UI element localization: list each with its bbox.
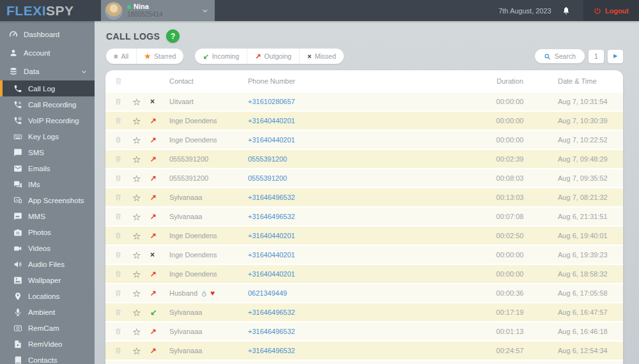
user-info: Nina 1800525414 bbox=[127, 3, 163, 18]
sms-icon bbox=[13, 148, 22, 157]
star-toggle-icon[interactable]: ☆ bbox=[131, 308, 141, 317]
sidebar-item-remvideo[interactable]: RemVideo bbox=[0, 336, 95, 352]
trash-icon[interactable] bbox=[114, 328, 122, 336]
filter-all-button[interactable]: ≡All bbox=[106, 49, 136, 64]
star-toggle-icon[interactable]: ☆ bbox=[131, 269, 141, 279]
search-label: Search bbox=[555, 52, 576, 60]
trash-icon[interactable] bbox=[114, 174, 122, 183]
sidebar-item-account[interactable]: Account bbox=[0, 43, 95, 62]
call-datetime: Aug 6, 21:31:51 bbox=[558, 213, 623, 220]
page-number-button[interactable]: 1 bbox=[589, 50, 604, 63]
star-toggle-icon[interactable]: ☆ bbox=[131, 135, 141, 145]
help-button[interactable]: ? bbox=[166, 29, 180, 43]
sidebar-item-ambient[interactable]: Ambient bbox=[0, 304, 95, 320]
sidebar-item-mms[interactable]: MMS bbox=[0, 208, 95, 224]
filter-incoming-button[interactable]: ↙Incoming bbox=[195, 49, 247, 64]
star-toggle-icon[interactable]: ☆ bbox=[131, 327, 141, 337]
user-menu[interactable]: Nina 1800525414 bbox=[101, 0, 215, 21]
call-duration: 00:00:00 bbox=[497, 117, 524, 125]
call-duration: 00:02:39 bbox=[497, 155, 524, 163]
phone-number-link[interactable]: +31640440201 bbox=[248, 251, 462, 259]
trash-icon[interactable] bbox=[114, 270, 122, 278]
sidebar-item-call-recording[interactable]: Call Recording bbox=[0, 96, 95, 112]
next-page-button[interactable]: ▶ bbox=[608, 50, 623, 63]
star-toggle-icon[interactable]: ☆ bbox=[131, 212, 141, 222]
call-duration: 00:00:00 bbox=[497, 251, 524, 259]
phone-number-link[interactable]: +31646496532 bbox=[248, 308, 462, 316]
trash-icon[interactable] bbox=[114, 213, 122, 221]
sidebar-item-label: Data bbox=[24, 68, 39, 75]
flexispy-logo[interactable]: FLEXISPY bbox=[0, 3, 101, 19]
sidebar-item-videos[interactable]: Videos bbox=[0, 240, 95, 256]
trash-icon[interactable] bbox=[114, 136, 122, 144]
phone-number-link[interactable]: +31646496532 bbox=[248, 213, 462, 220]
phone-number-link[interactable]: 0621349449 bbox=[248, 289, 462, 297]
trash-icon[interactable] bbox=[114, 155, 122, 163]
chevron-down-icon bbox=[202, 8, 208, 14]
filter-missed-button[interactable]: ×Missed bbox=[299, 49, 344, 64]
table-row: ☆↗Sylvanaaa+3164649653200:01:13Aug 6, 16… bbox=[105, 321, 623, 340]
sidebar-item-sms[interactable]: SMS bbox=[0, 144, 95, 160]
sidebar-item-label: MMS bbox=[28, 213, 45, 220]
trash-icon[interactable] bbox=[114, 289, 122, 298]
trash-icon[interactable] bbox=[114, 193, 122, 202]
phone-number-link[interactable]: +31646496532 bbox=[248, 347, 462, 354]
table-row: ☆↗Husband♥062134944900:00:36Aug 6, 17:05… bbox=[105, 283, 623, 302]
sidebar-item-key-logs[interactable]: Key Logs bbox=[0, 128, 95, 144]
sidebar-item-voip-recording[interactable]: VoIP Recording bbox=[0, 112, 95, 128]
sidebar-item-emails[interactable]: Emails bbox=[0, 160, 95, 176]
sidebar-item-contacts[interactable]: Contacts bbox=[0, 352, 95, 364]
call-datetime: Aug 7, 10:30:39 bbox=[558, 117, 623, 125]
locations-icon bbox=[13, 292, 22, 301]
notifications-bell-icon[interactable] bbox=[562, 6, 571, 15]
sidebar: DashboardAccountDataCall LogCall Recordi… bbox=[0, 21, 95, 364]
phone-number-link[interactable]: 0555391200 bbox=[248, 174, 462, 182]
sidebar-item-app-screenshots[interactable]: App Screenshots bbox=[0, 192, 95, 208]
search-button[interactable]: Search bbox=[535, 49, 585, 63]
star-toggle-icon[interactable]: ☆ bbox=[131, 289, 141, 298]
star-toggle-icon[interactable]: ☆ bbox=[131, 250, 141, 260]
contacts-icon bbox=[13, 356, 22, 364]
phone-number-link[interactable]: +31646496532 bbox=[248, 193, 462, 201]
star-toggle-icon[interactable]: ☆ bbox=[131, 116, 141, 126]
filter-outgoing-button[interactable]: ↗Outgoing bbox=[247, 49, 299, 64]
star-toggle-icon[interactable]: ☆ bbox=[131, 155, 141, 164]
sidebar-item-ims[interactable]: IMs bbox=[0, 176, 95, 192]
sidebar-item-label: Account bbox=[24, 49, 50, 57]
filter-starred-button[interactable]: ★Starred bbox=[136, 49, 183, 64]
phone-number-link[interactable]: +31610280657 bbox=[248, 98, 462, 105]
trash-icon[interactable] bbox=[114, 232, 122, 240]
call-datetime: Aug 7, 09:35:52 bbox=[558, 174, 623, 182]
phone-number-link[interactable]: +31640440201 bbox=[248, 232, 462, 239]
star-toggle-icon[interactable]: ☆ bbox=[131, 231, 141, 241]
sidebar-item-locations[interactable]: Locations bbox=[0, 288, 95, 304]
phone-number-link[interactable]: +31640440201 bbox=[248, 270, 462, 278]
trash-icon[interactable] bbox=[114, 347, 122, 355]
sidebar-item-wallpaper[interactable]: Wallpaper bbox=[0, 272, 95, 288]
phone-number-link[interactable]: +31640440201 bbox=[248, 136, 462, 144]
search-icon bbox=[544, 53, 551, 60]
trash-icon[interactable] bbox=[114, 308, 122, 317]
trash-icon[interactable] bbox=[114, 98, 122, 106]
sidebar-item-audio-files[interactable]: Audio Files bbox=[0, 256, 95, 272]
phone-number-link[interactable]: +31640440201 bbox=[248, 117, 462, 125]
phone-number-link[interactable]: 0555391200 bbox=[248, 155, 462, 163]
table-row: ☆↗Inge Doendens+3164044020100:00:00Aug 6… bbox=[105, 264, 623, 283]
star-toggle-icon[interactable]: ☆ bbox=[131, 346, 141, 356]
sidebar-item-dashboard[interactable]: Dashboard bbox=[0, 25, 95, 43]
trash-icon[interactable] bbox=[114, 251, 122, 259]
star-toggle-icon[interactable]: ☆ bbox=[131, 174, 141, 183]
contact-name: Inge Doendens bbox=[169, 117, 248, 125]
sidebar-item-call-log[interactable]: Call Log bbox=[0, 80, 95, 96]
star-toggle-icon[interactable]: ☆ bbox=[131, 97, 141, 107]
logout-button[interactable]: Logout bbox=[583, 0, 639, 21]
phone-number-link[interactable]: +31646496532 bbox=[248, 328, 462, 335]
sidebar-item-photos[interactable]: Photos bbox=[0, 224, 95, 240]
contact-name: Sylvanaaa bbox=[169, 308, 248, 316]
trash-icon[interactable] bbox=[114, 117, 122, 125]
star-toggle-icon[interactable]: ☆ bbox=[131, 193, 141, 202]
ims-icon bbox=[13, 180, 22, 189]
sidebar-item-data[interactable]: Data bbox=[0, 62, 95, 80]
sidebar-item-remcam[interactable]: RemCam bbox=[0, 320, 95, 336]
delete-all-icon[interactable] bbox=[114, 77, 123, 86]
